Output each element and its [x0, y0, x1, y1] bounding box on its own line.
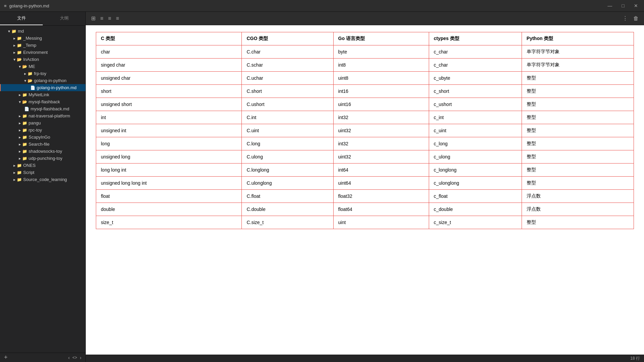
table-row: singed charC.scharint8c_char单字符字节对象: [96, 59, 634, 72]
sidebar-item-search-file[interactable]: ▸ 📁 Search-file: [0, 141, 85, 148]
delete-button[interactable]: 🗑: [632, 15, 640, 22]
table-cell-10-1: C.ulonglong: [242, 177, 333, 190]
sidebar-item-pangu[interactable]: ▸ 📁 pangu: [0, 119, 85, 126]
sidebar-item-frp-toy[interactable]: ▸ 📁 frp-toy: [0, 70, 85, 77]
chevron-right-icon: ▸: [19, 93, 21, 97]
folder-icon: 📁: [22, 135, 27, 140]
more-options-button[interactable]: ⋮: [621, 14, 629, 22]
sidebar-item-environment[interactable]: ▸ 📁 Environment: [0, 49, 85, 56]
sidebar-item-label: _Temp: [23, 43, 36, 48]
table-cell-13-4: 整型: [522, 216, 634, 229]
chevron-right-icon: ▸: [13, 36, 15, 41]
table-cell-5-2: int32: [333, 111, 429, 124]
sidebar-item-label: ONES: [23, 163, 36, 168]
close-button[interactable]: ✕: [632, 2, 640, 9]
sidebar-item-mynetlink[interactable]: ▸ 📁 MyNetLink: [0, 91, 85, 98]
sidebar-item-messing[interactable]: ▸ 📁 _Messing: [0, 35, 85, 42]
table-cell-5-3: c_int: [429, 111, 522, 124]
sidebar-item-label: Script: [23, 170, 34, 175]
sidebar-item-script[interactable]: ▸ 📁 Script: [0, 169, 85, 176]
list-view-button-1[interactable]: ≡: [99, 15, 105, 22]
list-view-button-3[interactable]: ≡: [115, 15, 120, 22]
table-cell-6-0: unsigned int: [96, 124, 242, 137]
table-cell-8-2: uint32: [333, 150, 429, 164]
nav-arrows: ‹ <> ›: [68, 355, 81, 360]
chevron-right-icon: ▸: [19, 156, 21, 161]
sidebar-item-scapyingo[interactable]: ▸ 📁 ScapyInGo: [0, 134, 85, 141]
table-cell-1-1: C.schar: [242, 59, 333, 72]
folder-icon: 📁: [22, 142, 27, 147]
sidebar-item-md[interactable]: ▾ 📁 md: [0, 28, 85, 35]
maximize-button[interactable]: □: [620, 2, 627, 9]
list-view-button-2[interactable]: ≡: [107, 15, 112, 22]
col-c-type: C 类型: [96, 32, 242, 45]
content-area: ⊞ ≡ ≡ ≡ ⋮ 🗑 C 类型 CGO 类型 Go 语言类型 ctypes 类…: [86, 12, 644, 362]
minimize-button[interactable]: —: [606, 2, 614, 9]
chevron-right-icon: ▸: [13, 177, 15, 182]
add-button[interactable]: +: [4, 354, 8, 361]
document-content[interactable]: C 类型 CGO 类型 Go 语言类型 ctypes 类型 Python 类型 …: [86, 25, 644, 355]
sidebar-item-golang-in-python-md[interactable]: 📄 golang-in-python.md: [0, 84, 85, 91]
table-cell-4-0: unsigned short: [96, 98, 242, 111]
toolbar-right: ⋮ 🗑: [621, 14, 640, 22]
nav-forward-button[interactable]: ›: [80, 355, 81, 360]
sidebar-item-label: Source_code_learning: [23, 177, 67, 182]
sidebar-item-rpc-toy[interactable]: ▸ 📁 rpc-toy: [0, 126, 85, 134]
sidebar-item-me[interactable]: ▾ 📂 ME: [0, 63, 85, 70]
chevron-down-icon: ▾: [24, 78, 26, 83]
table-cell-7-4: 整型: [522, 137, 634, 150]
sidebar-item-udp-punching[interactable]: ▸ 📁 udp-punching-toy: [0, 155, 85, 162]
tab-outline[interactable]: 大纲: [43, 12, 85, 25]
folder-open-icon: 📂: [28, 78, 33, 83]
table-cell-6-2: uint32: [333, 124, 429, 137]
table-cell-12-3: c_double: [429, 203, 522, 216]
sidebar-item-source-code[interactable]: ▸ 📁 Source_code_learning: [0, 176, 85, 183]
table-cell-5-1: C.int: [242, 111, 333, 124]
sidebar-item-temp[interactable]: ▸ 📁 _Temp: [0, 42, 85, 49]
title-text: golang-in-python.md: [9, 3, 49, 8]
tab-files[interactable]: 文件: [0, 12, 43, 25]
table-cell-5-0: int: [96, 111, 242, 124]
table-cell-2-1: C.uchar: [242, 72, 333, 85]
folder-icon: 📁: [17, 50, 22, 55]
table-cell-11-1: C.float: [242, 190, 333, 203]
sidebar-tree: ▾ 📁 md ▸ 📁 _Messing ▸ 📁 _Temp ▸: [0, 26, 85, 353]
chevron-right-icon: ▸: [13, 43, 15, 48]
sidebar-item-mysql-flashback[interactable]: ▾ 📂 mysql-flashback: [0, 98, 85, 105]
table-row: unsigned longC.ulonguint32c_ulong整型: [96, 150, 634, 164]
title-bar: ≡ golang-in-python.md — □ ✕: [0, 0, 644, 12]
table-row: size_tC.size_tuintc_size_t整型: [96, 216, 634, 229]
table-cell-8-0: unsigned long: [96, 150, 242, 164]
sidebar-item-label: ScapyInGo: [29, 135, 50, 140]
table-cell-2-0: unsigned char: [96, 72, 242, 85]
type-table: C 类型 CGO 类型 Go 语言类型 ctypes 类型 Python 类型 …: [96, 32, 634, 229]
table-cell-0-3: c_char: [429, 45, 522, 59]
sidebar-item-label: ME: [29, 64, 35, 69]
sidebar-item-mysql-flashback-md[interactable]: 📄 mysql-flashback.md: [0, 105, 85, 112]
sidebar-item-shadowsocks[interactable]: ▸ 📁 shadowsocks-toy: [0, 148, 85, 155]
sidebar-bottom-bar: + ‹ <> ›: [0, 353, 85, 362]
table-cell-2-2: uint8: [333, 72, 429, 85]
table-cell-10-4: 整型: [522, 177, 634, 190]
sidebar-item-label: rpc-toy: [29, 128, 42, 133]
title-bar-right: — □ ✕: [606, 2, 640, 9]
table-cell-10-0: unsigned long long int: [96, 177, 242, 190]
chevron-right-icon: ▸: [13, 170, 15, 175]
table-cell-9-1: C.longlong: [242, 164, 333, 177]
chevron-right-icon: ▸: [13, 50, 15, 55]
folder-icon: 📁: [17, 163, 22, 168]
sidebar-item-ones[interactable]: ▸ 📁 ONES: [0, 162, 85, 169]
sidebar-item-golang-in-python[interactable]: ▾ 📂 golang-in-python: [0, 77, 85, 84]
code-toggle-button[interactable]: <>: [72, 355, 77, 360]
table-cell-13-0: size_t: [96, 216, 242, 229]
chevron-down-icon: ▾: [13, 57, 15, 62]
sidebar-item-inaction[interactable]: ▾ 📂 InAction: [0, 56, 85, 63]
sidebar-item-label: _Messing: [23, 36, 42, 41]
nav-back-button[interactable]: ‹: [68, 355, 70, 360]
grid-view-button[interactable]: ⊞: [90, 14, 97, 22]
sidebar-item-nat-traversal[interactable]: ▸ 📁 nat-traversal-platform: [0, 112, 85, 119]
table-row: unsigned charC.ucharuint8c_ubyte整型: [96, 72, 634, 85]
table-cell-13-1: C.size_t: [242, 216, 333, 229]
file-icon: 📄: [24, 107, 29, 111]
folder-icon: 📁: [17, 36, 22, 41]
